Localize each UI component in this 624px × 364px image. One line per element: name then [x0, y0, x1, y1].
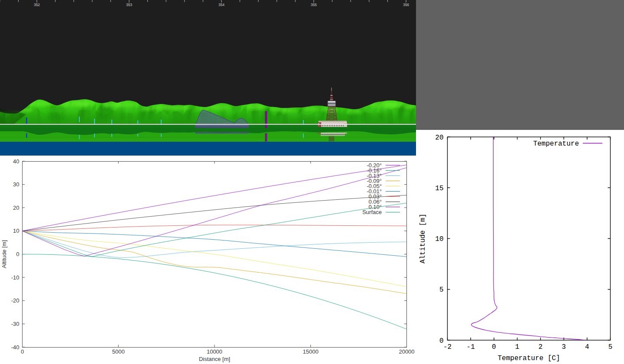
svg-text:10: 10 — [13, 228, 19, 234]
svg-text:-20: -20 — [11, 297, 20, 304]
svg-text:20: 20 — [13, 205, 19, 211]
svg-text:-40: -40 — [11, 344, 20, 351]
svg-text:-30: -30 — [11, 321, 20, 327]
svg-text:354: 354 — [218, 3, 224, 7]
svg-text:40: 40 — [13, 158, 19, 165]
svg-text:Altitude [m]: Altitude [m] — [419, 214, 427, 263]
svg-text:0: 0 — [21, 348, 24, 355]
svg-text:15: 15 — [435, 185, 443, 192]
svg-text:Temperature: Temperature — [533, 140, 579, 148]
svg-text:1: 1 — [515, 343, 520, 351]
svg-text:30: 30 — [13, 181, 19, 188]
svg-text:3: 3 — [562, 343, 566, 351]
svg-text:10000: 10000 — [207, 348, 222, 355]
svg-text:Surface: Surface — [362, 209, 382, 215]
svg-text:-2: -2 — [443, 343, 452, 351]
svg-text:352: 352 — [34, 3, 40, 7]
svg-text:20: 20 — [435, 134, 443, 142]
svg-text:356: 356 — [403, 3, 409, 7]
svg-text:Distance [m]: Distance [m] — [199, 356, 230, 362]
svg-text:20000: 20000 — [399, 348, 414, 355]
svg-text:2: 2 — [539, 343, 543, 351]
svg-text:355: 355 — [311, 3, 317, 7]
svg-text:5000: 5000 — [112, 348, 125, 355]
svg-text:-1: -1 — [467, 343, 475, 351]
svg-text:15000: 15000 — [303, 348, 318, 355]
svg-text:353: 353 — [126, 3, 132, 7]
svg-text:0: 0 — [492, 343, 496, 351]
svg-text:0: 0 — [16, 251, 19, 257]
svg-text:-10: -10 — [11, 274, 20, 281]
svg-text:Altitude [m]: Altitude [m] — [1, 240, 7, 268]
svg-text:10: 10 — [435, 235, 443, 243]
svg-text:Temperature [C]: Temperature [C] — [497, 354, 560, 362]
svg-text:4: 4 — [585, 343, 589, 351]
svg-text:5: 5 — [439, 286, 444, 294]
svg-text:5: 5 — [608, 343, 613, 351]
